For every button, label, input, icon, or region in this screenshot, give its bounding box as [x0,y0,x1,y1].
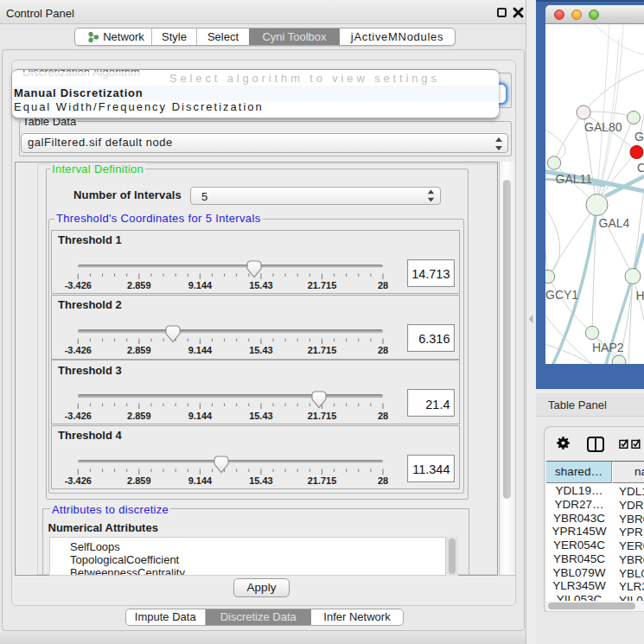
svg-text:C: C [637,161,644,175]
svg-text:GAL4: GAL4 [599,216,630,230]
svg-text:GAL80: GAL80 [584,120,622,134]
svg-text:GAL11: GAL11 [556,172,593,186]
svg-text:HAP2: HAP2 [592,341,624,354]
svg-text:GA: GA [634,130,644,143]
svg-text:H: H [636,289,644,303]
svg-text:GCY1: GCY1 [545,288,578,302]
